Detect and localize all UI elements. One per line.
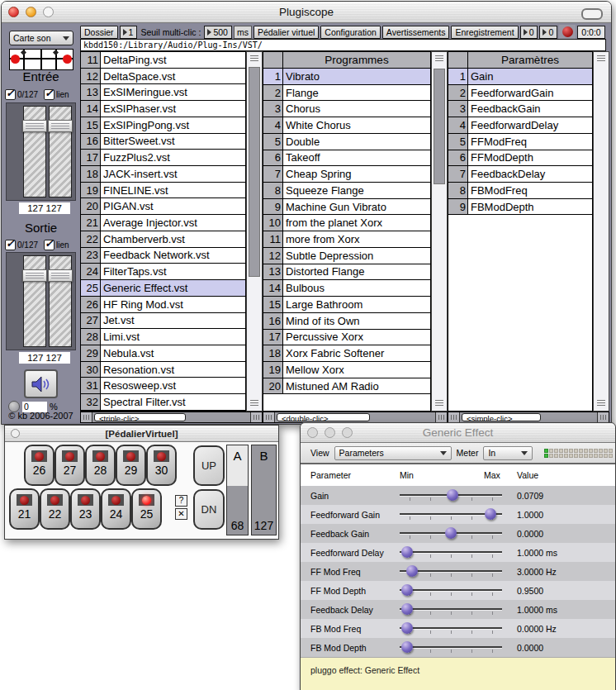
vst-row-18[interactable]: 18JACK-insert.vst: [81, 166, 245, 183]
parametres-hscrollbar[interactable]: <simple-clic>: [448, 412, 609, 423]
parametre-row-2[interactable]: 2FeedforwardGain: [448, 85, 592, 102]
vst-row-16[interactable]: 16BitterSweet.vst: [81, 134, 245, 150]
programme-row-14[interactable]: 14Bulbous: [263, 280, 430, 297]
pedal-button-30[interactable]: 30: [146, 445, 177, 486]
fader-handle[interactable]: [48, 269, 73, 282]
programme-row-20[interactable]: 20Mistuned AM Radio: [263, 378, 430, 395]
speaker-button[interactable]: [24, 369, 58, 398]
matrix-cell-left[interactable]: [10, 50, 42, 69]
fader-handle[interactable]: [48, 120, 73, 132]
parametre-row-1[interactable]: 1Gain: [448, 69, 592, 85]
slider-track[interactable]: [400, 646, 502, 648]
scroll-left-icon[interactable]: [81, 412, 92, 422]
vst-row-17[interactable]: 17FuzzPlus2.vst: [81, 150, 245, 166]
vst-vscrollbar[interactable]: [246, 51, 263, 412]
programme-row-6[interactable]: 6Takeoff: [263, 150, 430, 167]
pedal-button-27[interactable]: 27: [54, 445, 85, 486]
close-button[interactable]: [8, 7, 19, 17]
parametre-row-7[interactable]: 7FeedbackDelay: [448, 166, 592, 183]
slider-track[interactable]: [400, 608, 502, 610]
scroll-bottom-icon[interactable]: [435, 400, 443, 407]
close-button[interactable]: [11, 429, 20, 438]
dossier-numbox[interactable]: 1: [120, 26, 138, 39]
programme-row-1[interactable]: 1Vibrato: [263, 69, 430, 85]
vst-row-28[interactable]: 28Limi.vst: [81, 329, 245, 345]
vst-row-31[interactable]: 31Resosweep.vst: [81, 378, 245, 394]
programme-row-12[interactable]: 12Subtle Depression: [263, 248, 430, 264]
slider-thumb[interactable]: [401, 584, 413, 596]
bank-b-slider[interactable]: B 127: [251, 445, 277, 535]
rec-numbox-b[interactable]: 0: [539, 26, 557, 39]
pedal-button-22[interactable]: 22: [40, 488, 70, 530]
slider-thumb[interactable]: [401, 641, 413, 653]
parameter-slider[interactable]: [400, 638, 502, 657]
programme-row-8[interactable]: 8Squeeze Flange: [263, 183, 430, 199]
parameter-slider[interactable]: [400, 486, 502, 505]
seuil-numbox[interactable]: 500: [204, 26, 232, 39]
zoom-button[interactable]: [43, 7, 54, 17]
plugiscope-titlebar[interactable]: Plugiscope: [2, 2, 611, 23]
scroll-bottom-icon[interactable]: [250, 400, 258, 407]
slider-thumb[interactable]: [485, 508, 496, 520]
vst-row-29[interactable]: 29Nebula.vst: [81, 345, 245, 362]
pedal-button-25[interactable]: 25: [131, 488, 162, 530]
parameter-slider[interactable]: [400, 619, 502, 638]
slider-track[interactable]: [400, 589, 502, 591]
vst-row-12[interactable]: 12DeltaSpace.vst: [81, 69, 245, 85]
slider-thumb[interactable]: [406, 565, 418, 577]
enregistrement-button[interactable]: Enregistrement: [451, 26, 518, 39]
slider-thumb[interactable]: [445, 527, 457, 539]
pedal-button-21[interactable]: 21: [9, 488, 40, 530]
matrix-cell-right[interactable]: [42, 50, 73, 69]
avertissements-button[interactable]: Avertissements: [382, 26, 450, 39]
vst-row-27[interactable]: 27Jet.vst: [81, 313, 245, 330]
programme-row-19[interactable]: 19Mellow Xorx: [263, 362, 430, 378]
effect-titlebar[interactable]: Generic Effect: [301, 423, 615, 443]
plugin-path-field[interactable]: kbdd150:/Library/Audio/Plug-Ins/VST/: [80, 39, 606, 51]
record-button[interactable]: [559, 25, 576, 39]
close-x-button[interactable]: ✕: [175, 508, 187, 520]
configuration-button[interactable]: Configuration: [320, 26, 380, 39]
up-button[interactable]: UP: [193, 445, 225, 486]
fader-handle[interactable]: [22, 269, 47, 282]
parametre-row-4[interactable]: 4FeedforwardDelay: [448, 117, 592, 134]
programme-row-9[interactable]: 9Machine Gun Vibrato: [263, 199, 430, 216]
programme-row-17[interactable]: 17Percussive Xorx: [263, 330, 430, 346]
programme-row-7[interactable]: 7Cheap Spring: [263, 166, 430, 183]
input-link-checkbox[interactable]: lien: [44, 89, 69, 100]
routing-matrix[interactable]: [9, 49, 73, 70]
vst-row-21[interactable]: 21Average Injector.vst: [81, 215, 245, 231]
vst-row-11[interactable]: 11DeltaPing.vst: [81, 52, 245, 69]
minimize-button[interactable]: [26, 7, 36, 17]
scroll-right-icon[interactable]: [251, 412, 262, 422]
scroll-track[interactable]: <simple-clic>: [459, 412, 598, 422]
parametre-row-3[interactable]: 3FeedbackGain: [448, 101, 592, 117]
slider-thumb[interactable]: [401, 546, 413, 558]
scroll-left-icon[interactable]: [448, 412, 459, 422]
programme-row-11[interactable]: 11more from Xorx: [263, 231, 430, 248]
help-button[interactable]: ?: [175, 495, 187, 507]
programme-row-13[interactable]: 13Distorted Flange: [263, 264, 430, 281]
scroll-thumb[interactable]: [249, 67, 260, 277]
vst-row-22[interactable]: 22Chamberverb.vst: [81, 231, 245, 248]
pedalier-virtuel-button[interactable]: Pédalier virtuel: [254, 26, 319, 39]
close-button[interactable]: [307, 427, 318, 438]
scroll-track[interactable]: <triple-clic>: [92, 412, 251, 422]
programmes-vscrollbar[interactable]: [431, 51, 448, 412]
meter-select[interactable]: In: [483, 446, 533, 460]
vst-row-26[interactable]: 26HF Ring Mod.vst: [81, 297, 245, 313]
pedal-button-28[interactable]: 28: [85, 445, 116, 486]
vst-row-15[interactable]: 15ExSIPingPong.vst: [81, 117, 245, 134]
view-select[interactable]: Parameters: [334, 446, 452, 460]
programme-row-16[interactable]: 16Mind of its Own: [263, 313, 430, 330]
slider-thumb[interactable]: [401, 603, 413, 615]
vst-row-30[interactable]: 30Resonation.vst: [81, 362, 245, 378]
programme-row-3[interactable]: 3Chorus: [263, 101, 430, 117]
down-button[interactable]: DN: [193, 489, 225, 530]
scroll-bottom-icon[interactable]: [597, 400, 605, 407]
vst-row-25[interactable]: 25Generic Effect.vst: [81, 280, 245, 297]
vst-row-14[interactable]: 14ExSIPhaser.vst: [81, 101, 245, 117]
slider-thumb[interactable]: [447, 489, 458, 501]
scroll-top-icon[interactable]: [435, 55, 443, 63]
input-fader-left[interactable]: [23, 106, 46, 197]
